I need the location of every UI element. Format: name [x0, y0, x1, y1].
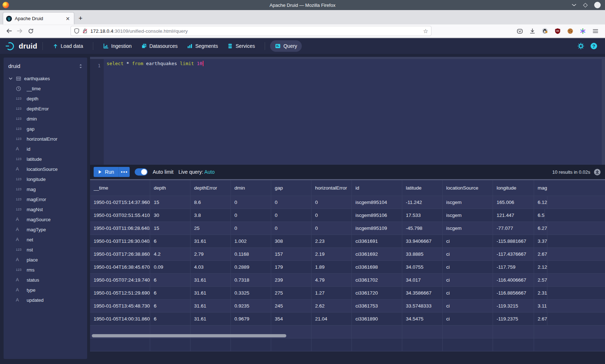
table-cell[interactable]: ci3361890: [352, 313, 402, 326]
table-cell[interactable]: 31.61: [191, 287, 231, 300]
column-header-__time[interactable]: __time: [90, 180, 150, 196]
table-cell[interactable]: 2.12: [534, 261, 547, 274]
table-cell[interactable]: 0.1168: [231, 248, 271, 261]
account-extension-icon[interactable]: [540, 26, 550, 36]
reload-icon[interactable]: [25, 26, 36, 36]
table-cell[interactable]: 33.9406667: [402, 235, 443, 248]
table-cell[interactable]: 17.533: [402, 209, 443, 222]
download-circle-icon[interactable]: [594, 169, 601, 176]
query-editor[interactable]: 1 select * from earthquakes limit 10: [90, 54, 605, 165]
star-icon[interactable]: ☆: [423, 28, 428, 35]
nav-item-query[interactable]: Query: [270, 40, 302, 52]
browser-tab[interactable]: Apache Druid ✕: [3, 12, 74, 24]
sidebar-column-place[interactable]: Aplace: [4, 255, 87, 265]
table-cell[interactable]: 4.79: [312, 274, 352, 287]
table-cell[interactable]: 33.5748333: [402, 300, 443, 313]
table-cell[interactable]: -117.4376667: [493, 248, 534, 261]
minimize-icon[interactable]: [572, 3, 577, 7]
table-cell[interactable]: 33.8885: [402, 248, 443, 261]
sidebar-column-status[interactable]: Astatus: [4, 275, 87, 285]
new-tab-button[interactable]: +: [74, 14, 87, 24]
table-cell[interactable]: 1.89: [312, 261, 352, 274]
table-cell[interactable]: 2.67: [534, 248, 547, 261]
column-header-horizontalError[interactable]: horizontalError: [312, 180, 352, 196]
table-cell[interactable]: 6: [150, 313, 191, 326]
table-cell[interactable]: 3.37: [534, 235, 547, 248]
pocket-icon[interactable]: [515, 26, 524, 36]
table-cell[interactable]: ci: [443, 248, 493, 261]
sidebar-column-magError[interactable]: 123magError: [4, 194, 87, 204]
sidebar-column-nst[interactable]: 123nst: [4, 245, 87, 255]
table-cell[interactable]: 165.006: [493, 196, 534, 209]
nav-item-load-data[interactable]: Load data: [48, 40, 88, 52]
column-header-depthError[interactable]: depthError: [191, 180, 231, 196]
table-cell[interactable]: 4.2: [150, 248, 191, 261]
table-cell[interactable]: -77.077: [493, 222, 534, 235]
table-cell[interactable]: 354: [271, 313, 312, 326]
nav-item-ingestion[interactable]: Ingestion: [98, 40, 136, 52]
horizontal-scrollbar[interactable]: [92, 334, 286, 337]
close-icon[interactable]: ✕: [594, 2, 601, 8]
table-cell[interactable]: 3.8: [191, 209, 231, 222]
table-cell[interactable]: 8.6: [191, 196, 231, 209]
table-cell[interactable]: 1950-01-05T12:51:29.690Z: [90, 287, 150, 300]
editor-vertical-scrollbar[interactable]: [602, 57, 605, 165]
table-cell[interactable]: 2.23: [312, 235, 352, 248]
table-cell[interactable]: 34.0755: [402, 261, 443, 274]
live-query-control[interactable]: Live query: Auto: [179, 169, 215, 175]
table-cell[interactable]: 0: [271, 209, 312, 222]
table-cell[interactable]: 2.79: [191, 248, 231, 261]
url-bar[interactable]: 172.18.0.4:30109/unified-console.html#qu…: [71, 26, 431, 36]
table-cell[interactable]: iscgem: [443, 209, 493, 222]
table-cell[interactable]: 0: [231, 209, 271, 222]
table-cell[interactable]: 1950-01-05T14:00:31.860Z: [90, 313, 150, 326]
table-cell[interactable]: ci3361692: [352, 248, 402, 261]
table-cell[interactable]: ci3361720: [352, 287, 402, 300]
table-cell[interactable]: 1950-01-02T15:14:37.960Z: [90, 196, 150, 209]
table-cell[interactable]: 0.3325: [231, 287, 271, 300]
shield-icon[interactable]: [74, 28, 80, 34]
table-cell[interactable]: 1950-01-05T13:45:48.730Z: [90, 300, 150, 313]
run-button[interactable]: Run: [94, 167, 119, 177]
table-cell[interactable]: 0: [312, 196, 352, 209]
sidebar-column-magSource[interactable]: AmagSource: [4, 214, 87, 224]
table-cell[interactable]: 30: [150, 209, 191, 222]
double-caret-icon[interactable]: [79, 63, 83, 69]
sidebar-column-mag[interactable]: 123mag: [4, 184, 87, 194]
help-icon[interactable]: ?: [591, 43, 597, 49]
table-cell[interactable]: 1.002: [231, 235, 271, 248]
table-cell[interactable]: -116.8856667: [493, 287, 534, 300]
table-cell[interactable]: 0.7318: [231, 274, 271, 287]
table-cell[interactable]: 1950-01-04T16:38:45.670Z: [90, 261, 150, 274]
table-cell[interactable]: 1.27: [312, 287, 352, 300]
druid-logo[interactable]: druid: [5, 41, 37, 51]
table-cell[interactable]: 6: [150, 300, 191, 313]
cookie-extension-icon[interactable]: [565, 26, 575, 36]
table-cell[interactable]: ci3361753: [352, 300, 402, 313]
table-cell[interactable]: 6: [150, 274, 191, 287]
forward-icon[interactable]: [14, 26, 25, 36]
column-header-depth[interactable]: depth: [150, 180, 191, 196]
table-cell[interactable]: 121.447: [493, 209, 534, 222]
table-cell[interactable]: -119.3215: [493, 300, 534, 313]
table-cell[interactable]: 1950-01-05T07:24:19.740Z: [90, 274, 150, 287]
sidebar-column-magNst[interactable]: 123magNst: [4, 204, 87, 214]
sidebar-column-horizontalError[interactable]: 123horizontalError: [4, 134, 87, 144]
column-header-longitude[interactable]: longitude: [493, 180, 534, 196]
sidebar-item-earthquakes[interactable]: earthquakes: [4, 73, 87, 83]
table-cell[interactable]: 34.5475: [402, 313, 443, 326]
back-icon[interactable]: [4, 26, 14, 36]
column-header-mag[interactable]: mag: [534, 180, 605, 196]
table-cell[interactable]: -11.242: [402, 196, 443, 209]
column-header-id[interactable]: id: [352, 180, 402, 196]
table-cell[interactable]: 2.62: [312, 300, 352, 313]
chevron-down-icon[interactable]: [8, 76, 13, 81]
table-cell[interactable]: 1950-01-03T02:51:55.410Z: [90, 209, 150, 222]
table-cell[interactable]: 6.12: [534, 196, 547, 209]
lock-crossed-icon[interactable]: [82, 28, 88, 34]
table-cell[interactable]: iscgem895106: [352, 209, 402, 222]
table-cell[interactable]: 6: [150, 287, 191, 300]
table-cell[interactable]: 0.9235: [231, 300, 271, 313]
table-cell[interactable]: 31.61: [191, 235, 231, 248]
download-icon[interactable]: [528, 26, 537, 36]
